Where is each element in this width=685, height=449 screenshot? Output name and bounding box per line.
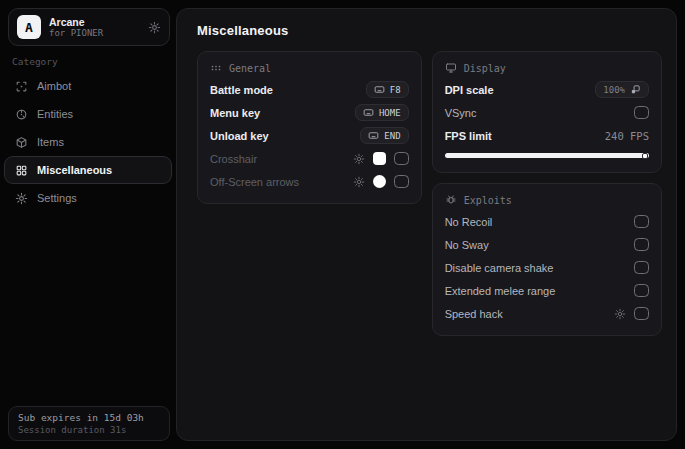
offscreen-arrows-row: Off-Screen arrows [210,170,409,193]
fps-slider-knob[interactable] [642,153,648,159]
extended-melee-range-label: Extended melee range [445,285,556,297]
battle-mode-keybind[interactable]: F8 [366,81,409,98]
sidebar-item-miscellaneous[interactable]: Miscellaneous [4,156,172,184]
battle-mode-row: Battle mode F8 [210,78,409,101]
miscellaneous-grid-icon [15,164,28,177]
no-recoil-row: No Recoil [445,210,649,233]
settings-gear-icon [15,192,28,205]
offscreen-arrows-color-swatch[interactable] [373,175,386,188]
offscreen-arrows-label: Off-Screen arrows [210,176,299,188]
sidebar-item-aimbot[interactable]: Aimbot [4,72,172,100]
category-label: Category [12,56,58,67]
offscreen-arrows-settings-gear-icon[interactable] [353,176,365,188]
fps-limit-value: 240 FPS [605,130,649,142]
sidebar-item-label: Aimbot [37,80,71,92]
app-settings-icon[interactable] [148,21,161,34]
app-window: A Arcane for PIONER Category Aimbot [0,0,685,449]
app-logo: A [17,15,41,39]
bug-icon [445,194,457,206]
no-sway-label: No Sway [445,239,489,251]
page-title: Miscellaneous [197,23,662,38]
no-sway-checkbox[interactable] [634,238,649,251]
main-content: Miscellaneous General Battle mode [176,8,677,441]
sidebar-nav: Aimbot Entities Items Miscellaneous [4,72,172,212]
disable-camera-shake-row: Disable camera shake [445,256,649,279]
offscreen-arrows-checkbox[interactable] [394,175,409,188]
fps-limit-row: FPS limit 240 FPS [445,124,649,147]
speed-hack-checkbox[interactable] [634,307,649,320]
fps-limit-slider[interactable] [445,153,649,158]
no-recoil-label: No Recoil [445,216,493,228]
crosshair-row: Crosshair [210,147,409,170]
app-subtitle: for PIONER [49,28,140,38]
speed-hack-row: Speed hack [445,302,649,325]
subscription-footer: Sub expires in 15d 03h Session duration … [8,406,170,441]
dpi-scale-select[interactable]: 100% [595,81,649,98]
display-panel: Display DPI scale 100% VSync [432,51,662,173]
crosshair-checkbox[interactable] [394,152,409,165]
display-panel-title: Display [464,63,506,74]
sidebar: A Arcane for PIONER Category Aimbot [0,0,176,449]
disable-camera-shake-checkbox[interactable] [634,261,649,274]
menu-key-label: Menu key [210,107,260,119]
unload-key-keybind[interactable]: END [360,127,408,144]
fps-limit-label: FPS limit [445,130,492,142]
session-duration-text: Session duration 31s [18,425,160,435]
app-header-card: A Arcane for PIONER [8,8,170,46]
general-panel-title: General [229,63,271,74]
items-box-icon [15,136,28,149]
battle-mode-label: Battle mode [210,84,273,96]
vsync-row: VSync [445,101,649,124]
unload-key-row: Unload key END [210,124,409,147]
sidebar-item-label: Miscellaneous [37,164,112,176]
sidebar-item-label: Settings [37,192,77,204]
general-panel: General Battle mode F8 Menu key H [197,51,422,204]
extended-melee-range-checkbox[interactable] [634,284,649,297]
sub-expires-text: Sub expires in 15d 03h [18,412,160,423]
dpi-scale-label: DPI scale [445,84,494,96]
exploits-panel-title: Exploits [464,195,512,206]
sidebar-item-settings[interactable]: Settings [4,184,172,212]
entities-radar-icon [15,108,28,121]
extended-melee-range-row: Extended melee range [445,279,649,302]
menu-key-row: Menu key HOME [210,101,409,124]
unload-key-label: Unload key [210,130,269,142]
app-meta: Arcane for PIONER [49,16,140,38]
dpi-scale-row: DPI scale 100% [445,78,649,101]
keyboard-icon [368,130,379,141]
sidebar-item-label: Items [37,136,64,148]
monitor-icon [445,62,457,74]
crosshair-color-swatch[interactable] [373,152,386,165]
disable-camera-shake-label: Disable camera shake [445,262,554,274]
no-recoil-checkbox[interactable] [634,215,649,228]
no-sway-row: No Sway [445,233,649,256]
crosshair-label: Crosshair [210,153,257,165]
speed-hack-label: Speed hack [445,308,503,320]
exploits-panel: Exploits No Recoil No Sway Disable camer… [432,183,662,336]
vsync-checkbox[interactable] [634,106,649,119]
sidebar-item-entities[interactable]: Entities [4,100,172,128]
keyboard-icon [363,107,374,118]
app-name: Arcane [49,16,140,28]
keyboard-icon [374,84,385,95]
scale-icon [630,84,641,95]
crosshair-settings-gear-icon[interactable] [353,153,365,165]
speed-hack-settings-gear-icon[interactable] [614,308,626,320]
general-dots-icon [210,62,222,74]
sidebar-item-label: Entities [37,108,73,120]
vsync-label: VSync [445,107,477,119]
aimbot-scan-icon [15,80,28,93]
sidebar-item-items[interactable]: Items [4,128,172,156]
menu-key-keybind[interactable]: HOME [355,104,409,121]
